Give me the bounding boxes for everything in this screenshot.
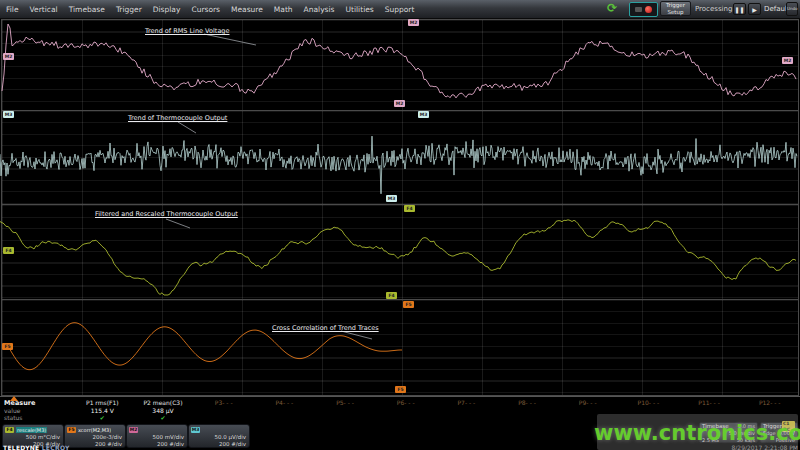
measure-header: P4- - - [275,399,293,406]
measure-header: P1 rms(F1) [86,399,119,406]
trace-level-marker[interactable]: F5 [403,301,414,308]
menu-trigger[interactable]: Trigger [116,5,142,14]
descriptor-f5[interactable]: F5xcorr(M2,M3)200e-3/div200 #/div [64,424,126,448]
measure-header: P10- - - [638,399,660,406]
measure-column[interactable]: P2 mean(C3)348 µV✔ [133,397,194,422]
brand-lecroy: LECROY [42,444,70,450]
grid-rms-trend[interactable] [1,19,799,112]
trace-level-marker[interactable]: M3 [418,111,429,118]
processing-status: Processing [695,5,732,13]
measure-column[interactable]: P8- - - [497,397,558,422]
measure-column[interactable]: P1 rms(F1)115.4 V✔ [72,397,133,422]
measure-value-row-label: value [4,407,72,414]
measure-column[interactable]: P4- - - [254,397,315,422]
trace-tag: M3 [191,427,200,433]
oscilloscope-screen: FileVerticalTimebaseTriggerDisplayCursor… [0,0,800,450]
measure-header: P2 mean(C3) [143,399,182,406]
measure-header: P8- - - [518,399,536,406]
trace-level-marker[interactable]: M2 [394,100,405,107]
annotation-cross-correlation: Cross Correlation of Trend Traces [272,324,379,332]
bottom-status-bar: F4rescale(M3)500 m°C/div200 #/divF5xcorr… [0,421,800,450]
measure-status-icon: ✔ [160,414,165,421]
trace-level-marker[interactable]: F5 [2,343,13,350]
trace-level-marker[interactable]: F4 [3,247,14,254]
menu-items: FileVerticalTimebaseTriggerDisplayCursor… [6,0,414,18]
menu-file[interactable]: File [6,5,19,14]
trace-tag: F5 [67,427,76,433]
measure-column[interactable]: P3- - - [193,397,254,422]
annotation-thermocouple-trend: Trend of Thermocouple Output [128,114,227,122]
play-button[interactable]: ▶ [748,3,761,15]
descriptor-horiz-scale: 200 #/div [189,441,249,448]
measure-header: P5- - - [336,399,354,406]
measure-header: P3- - - [215,399,233,406]
descriptor-title: xcorr(M2,M3) [78,427,111,433]
measure-value: 115.4 V [91,407,114,413]
auto-refresh-icon[interactable]: ⟳ [607,1,617,15]
menu-cursors[interactable]: Cursors [191,5,220,14]
trigger-setup-line2: Setup [661,9,690,16]
measure-column[interactable]: P6- - - [375,397,436,422]
measure-header: P12- - - [759,399,781,406]
menu-math[interactable]: Math [274,5,293,14]
measure-header: P7- - - [457,399,475,406]
trace-level-marker[interactable]: F4 [386,292,397,299]
trace-level-marker[interactable]: F5 [395,386,406,393]
menu-utilities[interactable]: Utilities [346,5,374,14]
menu-analysis[interactable]: Analysis [304,5,335,14]
menu-bar: FileVerticalTimebaseTriggerDisplayCursor… [0,0,800,19]
measure-status-icon: ✔ [100,414,105,421]
trace-tag: F4 [5,427,14,433]
measure-status-row-label: status [4,414,72,421]
trace-level-marker[interactable]: M2 [782,57,793,64]
menu-timebase[interactable]: Timebase [69,5,105,14]
menu-vertical[interactable]: Vertical [30,5,58,14]
grid-thermocouple-trend[interactable] [1,110,799,206]
trace-level-marker[interactable]: M3 [386,195,397,202]
undo-button[interactable]: Undo [786,2,798,16]
record-indicator[interactable] [629,2,658,17]
measure-header: P11- - - [698,399,720,406]
annotation-filtered-thermocouple: Filtered and Rescaled Thermocouple Outpu… [95,210,238,218]
brand-logo: TELEDYNE LECROY [3,444,70,450]
descriptor-horiz-scale: 200 #/div [65,441,125,448]
trace-level-marker[interactable]: F4 [404,205,415,212]
camera-icon [635,7,642,12]
descriptor-m3[interactable]: M350.0 µV/div200 #/div [188,424,250,448]
trace-level-marker[interactable]: M3 [3,111,14,118]
trigger-delay-marker-icon[interactable] [10,396,18,401]
measure-column[interactable]: P7- - - [436,397,497,422]
descriptor-title: rescale(M3) [16,427,47,433]
descriptor-horiz-scale: 200 #/div [127,441,187,448]
trace-tag: M2 [129,427,138,433]
trigger-setup-button[interactable]: Trigger Setup [660,1,691,16]
annotation-rms-trend: Trend of RMS Line Voltage [145,27,230,35]
menu-support[interactable]: Support [385,5,415,14]
trace-level-marker[interactable]: M2 [408,19,419,26]
trigger-setup-line1: Trigger [661,2,690,9]
brand-teledyne: TELEDYNE [3,444,40,450]
pause-button[interactable]: ❚❚ [733,3,746,15]
measure-header: P9- - - [579,399,597,406]
measure-column[interactable]: P5- - - [315,397,376,422]
measure-header: P6- - - [397,399,415,406]
grid-filtered-thermocouple[interactable] [1,204,799,301]
menu-display[interactable]: Display [153,5,181,14]
record-icon [645,6,652,13]
measure-value: 348 µV [152,407,173,413]
menu-measure[interactable]: Measure [231,5,263,14]
grid-cross-correlation[interactable] [1,299,799,396]
trace-level-marker[interactable]: M2 [3,53,14,60]
watermark-text: www.cntronics.com [594,421,800,445]
descriptor-m2[interactable]: M2500 mV/div200 #/div [126,424,188,448]
